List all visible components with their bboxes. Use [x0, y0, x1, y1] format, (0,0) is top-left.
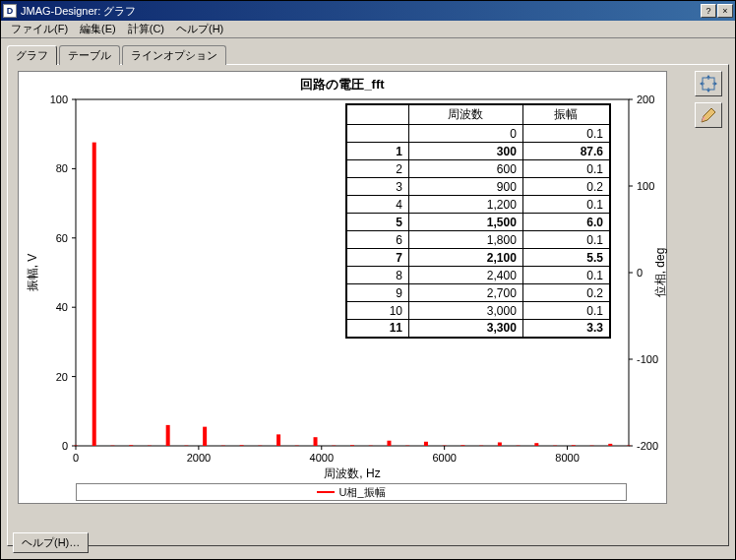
tabbar: グラフ テーブル ラインオプション — [7, 45, 729, 65]
svg-rect-40 — [203, 427, 207, 446]
table-row: 51,5006.0 — [346, 214, 610, 231]
svg-marker-73 — [706, 90, 710, 93]
table-row: 92,7000.2 — [346, 284, 610, 302]
window-title: JMAG-Designer: グラフ — [21, 4, 701, 19]
svg-text:0: 0 — [637, 267, 643, 279]
svg-rect-48 — [350, 445, 354, 446]
menu-calc[interactable]: 計算(C) — [122, 20, 170, 38]
svg-text:6000: 6000 — [432, 452, 456, 464]
help-button[interactable]: ? — [701, 4, 716, 18]
table-row: 113,3003.3 — [346, 320, 610, 338]
table-row: 82,4000.1 — [346, 267, 610, 284]
svg-marker-72 — [706, 75, 710, 78]
tab-graph[interactable]: グラフ — [7, 45, 57, 65]
svg-text:位相, deg: 位相, deg — [653, 248, 667, 298]
table-row: 61,8000.1 — [346, 231, 610, 249]
svg-marker-74 — [700, 82, 703, 86]
tab-lineoption[interactable]: ラインオプション — [122, 45, 226, 65]
table-row: 39000.2 — [346, 178, 610, 196]
svg-rect-50 — [387, 441, 391, 446]
svg-rect-42 — [240, 445, 244, 446]
svg-text:振幅, V: 振幅, V — [26, 254, 39, 292]
table-header: 振幅 — [522, 104, 610, 125]
svg-rect-60 — [572, 445, 576, 446]
svg-text:0: 0 — [62, 440, 68, 452]
table-row: 41,2000.1 — [346, 196, 610, 214]
table-header — [346, 104, 408, 125]
svg-text:100: 100 — [50, 93, 68, 105]
svg-rect-52 — [424, 442, 428, 446]
pencil-icon — [700, 106, 717, 124]
svg-text:-100: -100 — [637, 353, 658, 365]
table-row: 72,1005.5 — [346, 249, 610, 267]
help-dialog-button[interactable]: ヘルプ(H)… — [13, 532, 89, 553]
table-row: 00.1 — [346, 125, 610, 143]
svg-text:100: 100 — [637, 180, 654, 192]
svg-text:4000: 4000 — [310, 452, 334, 464]
svg-rect-54 — [460, 445, 464, 446]
menu-help[interactable]: ヘルプ(H) — [170, 20, 229, 38]
svg-text:80: 80 — [56, 162, 68, 174]
edit-button[interactable] — [695, 102, 722, 128]
svg-text:20: 20 — [56, 371, 68, 383]
legend: U相_振幅 — [76, 483, 627, 501]
svg-text:-200: -200 — [637, 440, 658, 452]
zoom-reset-button[interactable] — [695, 71, 722, 96]
svg-text:200: 200 — [637, 93, 654, 105]
app-icon: D — [3, 4, 17, 18]
svg-rect-36 — [129, 445, 133, 446]
svg-rect-58 — [534, 443, 538, 446]
legend-label: U相_振幅 — [338, 485, 385, 500]
svg-text:8000: 8000 — [555, 452, 579, 464]
svg-rect-38 — [166, 425, 170, 446]
svg-rect-44 — [276, 434, 280, 446]
chart-area: 回路の電圧_fft 020406080100 -200-1000100200 0… — [18, 71, 667, 504]
menu-edit[interactable]: 編集(E) — [74, 20, 122, 38]
titlebar: D JMAG-Designer: グラフ ? × — [1, 1, 735, 21]
svg-text:周波数, Hz: 周波数, Hz — [324, 467, 380, 480]
fft-data-table: 周波数振幅 00.1130087.626000.139000.241,2000.… — [345, 103, 611, 339]
table-row: 26000.1 — [346, 160, 610, 178]
svg-text:40: 40 — [56, 301, 68, 313]
svg-rect-62 — [608, 444, 612, 446]
menu-file[interactable]: ファイル(F) — [5, 20, 74, 38]
menubar: ファイル(F) 編集(E) 計算(C) ヘルプ(H) — [1, 21, 735, 38]
svg-rect-34 — [92, 143, 96, 446]
svg-marker-75 — [714, 82, 717, 86]
svg-text:0: 0 — [73, 452, 79, 464]
table-row: 130087.6 — [346, 143, 610, 160]
zoom-reset-icon — [700, 75, 717, 93]
tab-table[interactable]: テーブル — [59, 45, 120, 65]
close-button[interactable]: × — [717, 4, 733, 18]
svg-text:2000: 2000 — [187, 452, 211, 464]
svg-rect-56 — [498, 442, 502, 446]
legend-swatch — [317, 491, 335, 493]
table-row: 103,0000.1 — [346, 302, 610, 320]
svg-text:60: 60 — [56, 232, 68, 244]
chart-panel: 回路の電圧_fft 020406080100 -200-1000100200 0… — [7, 64, 729, 546]
table-header: 周波数 — [408, 104, 522, 125]
svg-rect-46 — [314, 437, 318, 446]
